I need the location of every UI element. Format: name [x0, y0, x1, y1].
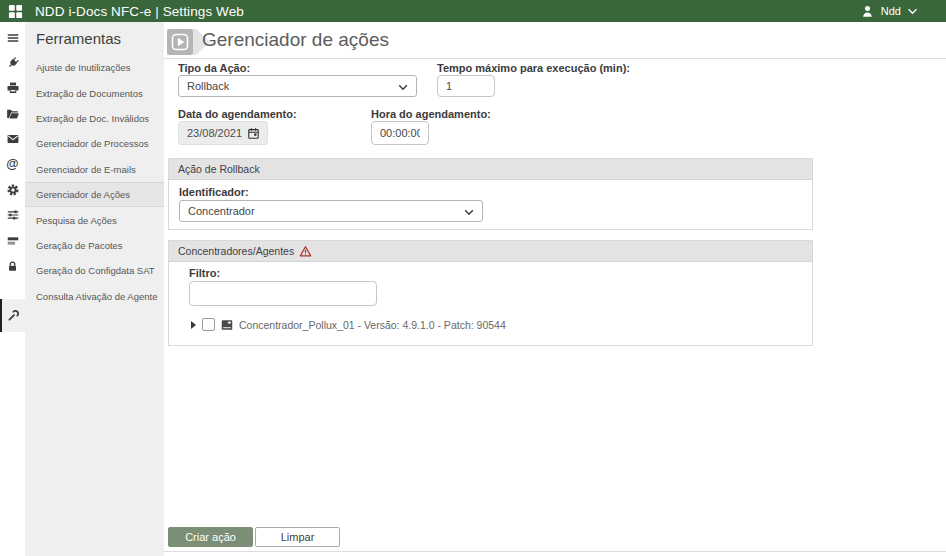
tipo-acao-label: Tipo da Ação: — [178, 62, 250, 74]
mail-icon[interactable] — [0, 127, 25, 152]
folder-open-icon[interactable] — [0, 101, 25, 126]
app-logo-icon — [8, 4, 23, 19]
agent-tree-row[interactable]: Concentrador_Pollux_01 - Versão: 4.9.1.0… — [191, 318, 506, 331]
sidebar-item-gerenciador-emails[interactable]: Gerenciador de E-mails — [25, 157, 164, 182]
rollback-section: Ação de Rollback Identificador: Concentr… — [168, 158, 813, 230]
chevron-down-icon — [398, 84, 408, 91]
rollback-section-title: Ação de Rollback — [178, 163, 260, 175]
calendar-icon[interactable] — [247, 127, 260, 140]
filtro-label: Filtro: — [189, 267, 220, 279]
svg-text:@: @ — [6, 158, 18, 172]
agents-section-header: Concentradores/Agentes — [169, 241, 812, 262]
menu-icon[interactable] — [0, 25, 25, 50]
agents-section-title: Concentradores/Agentes — [178, 245, 294, 257]
topbar: NDD i-Docs NFC-e | Settings Web Ndd — [0, 0, 946, 22]
tipo-acao-select[interactable]: Rollback — [178, 75, 417, 97]
limpar-button[interactable]: Limpar — [255, 527, 340, 547]
sidebar-item-geracao-configdata-sat[interactable]: Geração do Configdata SAT — [25, 258, 164, 283]
list-icon[interactable] — [0, 228, 25, 253]
page-header: Gerenciador de ações — [164, 22, 946, 59]
lock-icon[interactable] — [0, 254, 25, 279]
printer-icon[interactable] — [0, 76, 25, 101]
wrench-icon[interactable] — [0, 299, 25, 332]
agents-section: Concentradores/Agentes Filtro: — [168, 240, 813, 346]
identificador-select[interactable]: Concentrador — [179, 200, 483, 222]
sidebar-items: Ajuste de Inutilizações Extração de Docu… — [25, 55, 164, 309]
criar-acao-button[interactable]: Criar ação — [168, 527, 253, 547]
user-menu[interactable]: Ndd — [860, 0, 918, 22]
tipo-acao-value: Rollback — [187, 80, 229, 92]
identificador-value: Concentrador — [188, 205, 255, 217]
chevron-down-icon — [907, 8, 918, 15]
app-title: NDD i-Docs NFC-e | Settings Web — [35, 4, 244, 19]
user-name: Ndd — [881, 5, 901, 17]
sidebar-item-pesquisa-acoes[interactable]: Pesquisa de Ações — [25, 207, 164, 232]
sidebar-item-extracao-doc-invalidos[interactable]: Extração de Doc. Inválidos — [25, 106, 164, 131]
app-window: NDD i-Docs NFC-e | Settings Web Ndd — [0, 0, 946, 556]
sidebar-item-extracao-documentos[interactable]: Extração de Documentos — [25, 80, 164, 105]
tree-expander-icon[interactable] — [191, 321, 196, 329]
hora-agendamento-label: Hora do agendamento: — [371, 108, 491, 120]
sidebar-item-geracao-pacotes[interactable]: Geração de Pacotes — [25, 233, 164, 258]
hora-agendamento-input[interactable] — [371, 121, 429, 145]
agent-tree-label: Concentrador_Pollux_01 - Versão: 4.9.1.0… — [239, 319, 506, 331]
sidebar-heading: Ferramentas — [25, 22, 164, 50]
page-title: Gerenciador de ações — [202, 29, 389, 51]
gear-icon[interactable] — [0, 177, 25, 202]
bottom-divider — [164, 551, 946, 552]
rollback-section-header: Ação de Rollback — [169, 159, 812, 180]
at-sign-icon[interactable]: @ — [0, 152, 25, 177]
plug-icon[interactable] — [0, 50, 25, 75]
user-avatar-icon — [860, 4, 875, 19]
warning-icon — [299, 245, 312, 258]
agent-checkbox[interactable] — [202, 318, 215, 331]
data-agendamento-value: 23/08/2021 — [187, 127, 242, 139]
sidebar-item-ajuste-inutilizacoes[interactable]: Ajuste de Inutilizações — [25, 55, 164, 80]
tempo-maximo-input[interactable] — [437, 75, 495, 97]
chevron-down-icon — [464, 209, 474, 216]
concentrator-icon — [221, 319, 233, 331]
sidebar-item-consulta-ativacao-agente[interactable]: Consulta Ativação de Agente — [25, 284, 164, 309]
sidebar-item-gerenciador-acoes[interactable]: Gerenciador de Ações — [25, 182, 164, 207]
sliders-icon[interactable] — [0, 203, 25, 228]
filtro-input[interactable] — [189, 281, 377, 306]
sidebar-item-gerenciador-processos[interactable]: Gerenciador de Processos — [25, 131, 164, 156]
sidebar: Ferramentas Ajuste de Inutilizações Extr… — [25, 22, 164, 556]
identificador-label: Identificador: — [179, 186, 249, 198]
main-content: Gerenciador de ações Tipo da Ação: Rollb… — [164, 22, 946, 556]
data-agendamento-label: Data do agendamento: — [178, 108, 297, 120]
icon-strip: @ — [0, 22, 25, 556]
tempo-maximo-label: Tempo máximo para execução (min): — [437, 62, 630, 74]
data-agendamento-field[interactable]: 23/08/2021 — [178, 121, 268, 145]
